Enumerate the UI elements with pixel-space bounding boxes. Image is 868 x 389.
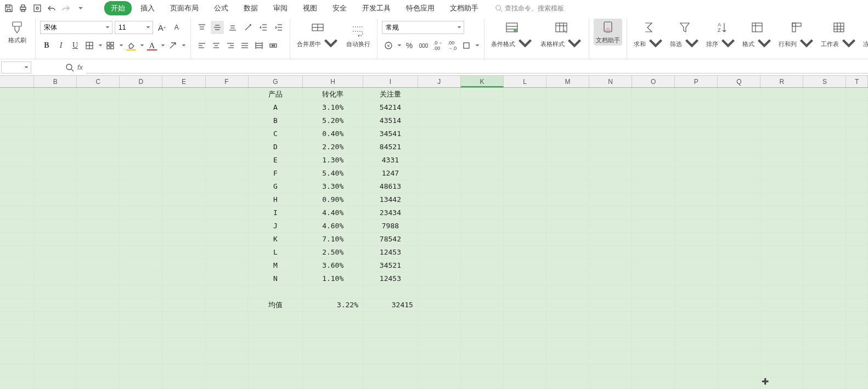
menu-tab-页面布局[interactable]: 页面布局 [164,1,205,15]
cell[interactable] [162,312,205,325]
increase-indent-icon[interactable] [272,21,285,34]
cell[interactable] [303,377,363,389]
cell[interactable] [803,167,846,180]
cell[interactable] [718,180,760,193]
cell[interactable] [0,193,34,206]
cell[interactable] [0,272,34,285]
cell[interactable] [632,325,675,338]
cell[interactable] [803,298,846,312]
cell[interactable] [120,88,162,101]
decrease-indent-icon[interactable] [257,21,270,34]
cell[interactable] [461,312,504,325]
cell[interactable] [589,377,632,389]
cell[interactable] [120,180,162,193]
cell[interactable] [249,325,303,338]
cell[interactable] [77,312,120,325]
cell[interactable] [846,351,868,364]
cell[interactable] [504,246,546,259]
cell[interactable] [504,377,546,389]
cell[interactable] [504,219,546,233]
cell[interactable] [504,259,546,272]
col-header-F[interactable]: F [206,76,249,87]
cell[interactable] [718,154,760,167]
cell[interactable] [760,298,803,312]
cell[interactable] [803,101,846,114]
cell[interactable] [504,285,546,298]
cell[interactable] [77,285,120,298]
cell[interactable] [760,233,803,246]
cell[interactable] [718,312,760,325]
cell[interactable] [363,285,418,298]
cell[interactable] [846,193,868,206]
cell[interactable] [0,338,34,351]
cell[interactable] [546,285,589,298]
cell[interactable] [632,88,675,101]
cell[interactable]: 34541 [363,127,418,140]
cell[interactable]: I [249,206,303,219]
currency-dropdown[interactable] [396,43,402,48]
col-header-S[interactable]: S [803,76,846,87]
cell[interactable] [363,364,418,377]
cell[interactable] [206,167,249,180]
cell[interactable]: 12453 [363,272,418,285]
col-header-I[interactable]: I [363,76,418,87]
cell[interactable] [675,88,718,101]
cell[interactable]: J [249,219,303,233]
bold-button[interactable]: B [40,39,53,52]
cell[interactable] [504,298,546,312]
cell[interactable] [418,127,461,140]
col-header-P[interactable]: P [675,76,718,87]
cell[interactable] [418,167,461,180]
cell[interactable] [206,206,249,219]
cell[interactable] [34,127,77,140]
cell[interactable] [546,140,589,154]
cell[interactable] [846,285,868,298]
col-header-N[interactable]: N [589,76,632,87]
cell[interactable] [589,338,632,351]
cell[interactable]: B [249,114,303,127]
wrap-text-button[interactable]: 自动换行 [344,19,373,53]
cell[interactable] [418,88,461,101]
cell[interactable] [77,140,120,154]
cell[interactable] [418,272,461,285]
qat-save-icon[interactable] [2,2,15,15]
percent-icon[interactable]: % [403,39,416,52]
cell[interactable] [418,338,461,351]
cell[interactable] [803,351,846,364]
cell[interactable] [632,154,675,167]
cell[interactable] [803,325,846,338]
cell[interactable] [589,312,632,325]
cell[interactable] [0,364,34,377]
cell[interactable] [589,272,632,285]
format-button[interactable]: 格式 [740,19,774,53]
cell[interactable] [418,246,461,259]
cell[interactable] [504,101,546,114]
cell[interactable] [589,219,632,233]
cell[interactable] [418,206,461,219]
cell[interactable] [718,140,760,154]
menu-tab-文档助手[interactable]: 文档助手 [443,1,485,15]
cell[interactable] [303,364,363,377]
cell[interactable] [718,325,760,338]
cell[interactable] [846,88,868,101]
cell[interactable] [632,180,675,193]
cell[interactable] [162,233,205,246]
cell[interactable] [120,312,162,325]
cell[interactable] [632,167,675,180]
cell[interactable] [803,154,846,167]
cell[interactable]: 34521 [363,259,418,272]
cell[interactable] [803,285,846,298]
cell[interactable] [760,272,803,285]
cell[interactable]: K [249,233,303,246]
cell[interactable] [760,154,803,167]
cell[interactable] [303,325,363,338]
cell[interactable] [162,298,205,312]
cell[interactable] [718,101,760,114]
cell[interactable] [249,338,303,351]
cell[interactable] [504,325,546,338]
cell[interactable]: 3.10% [303,101,363,114]
cell[interactable] [760,351,803,364]
cell[interactable]: 0.90% [303,193,363,206]
cell[interactable] [77,154,120,167]
cell[interactable] [206,272,249,285]
